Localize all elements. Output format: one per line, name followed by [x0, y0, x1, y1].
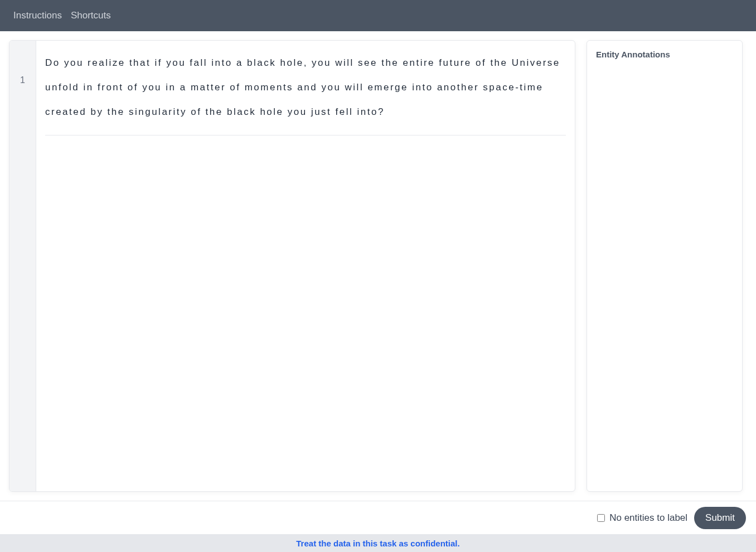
line-number: 1: [9, 75, 36, 85]
entity-annotations-title: Entity Annotations: [596, 50, 733, 59]
instructions-link[interactable]: Instructions: [13, 10, 62, 21]
top-bar: Instructions Shortcuts: [0, 0, 756, 31]
confidentiality-banner: Treat the data in this task as confident…: [0, 534, 756, 552]
text-content-area[interactable]: Do you realize that if you fall into a b…: [36, 41, 575, 491]
no-entities-checkbox-wrap[interactable]: No entities to label: [597, 512, 687, 524]
submit-button[interactable]: Submit: [694, 507, 746, 529]
main-area: 1 Do you realize that if you fall into a…: [0, 31, 756, 501]
shortcuts-link[interactable]: Shortcuts: [71, 10, 111, 21]
text-annotation-panel: 1 Do you realize that if you fall into a…: [9, 40, 575, 492]
line-number-gutter: 1: [9, 41, 36, 491]
no-entities-label: No entities to label: [609, 512, 687, 524]
text-row: Do you realize that if you fall into a b…: [45, 51, 566, 135]
bottom-action-bar: No entities to label Submit: [0, 501, 756, 534]
no-entities-checkbox[interactable]: [597, 514, 605, 522]
entity-annotations-panel: Entity Annotations: [587, 40, 743, 492]
confidentiality-message: Treat the data in this task as confident…: [296, 539, 459, 548]
annotation-text[interactable]: Do you realize that if you fall into a b…: [45, 51, 566, 125]
